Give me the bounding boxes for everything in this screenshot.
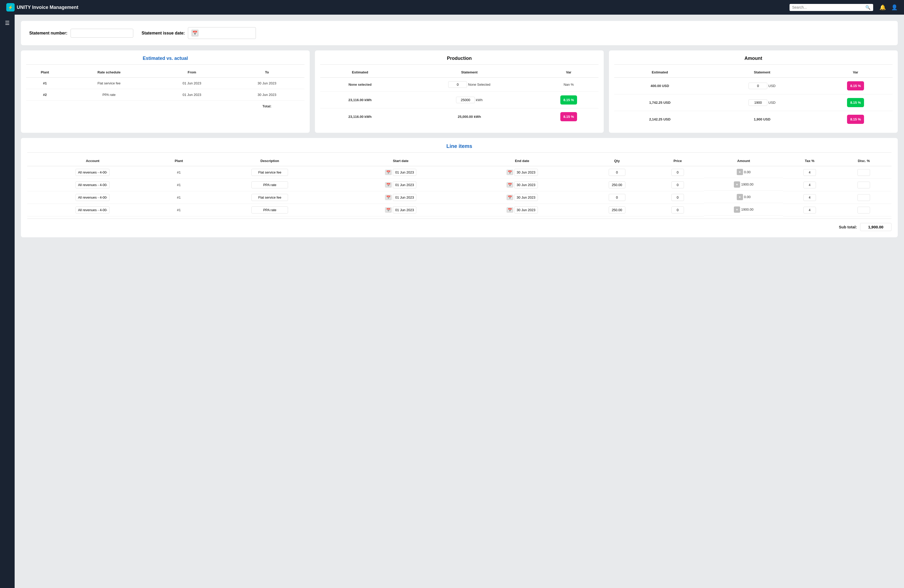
li-disc[interactable]: [836, 204, 891, 217]
li-qty-input[interactable]: [608, 194, 626, 201]
add-button[interactable]: +: [734, 207, 740, 213]
li-account-input[interactable]: [76, 207, 109, 213]
li-qty[interactable]: [583, 191, 651, 204]
start-date-icon[interactable]: 📅: [385, 207, 392, 213]
amt-statement-input[interactable]: [749, 99, 767, 106]
search-input[interactable]: [792, 5, 864, 9]
li-start-date[interactable]: 📅: [340, 179, 461, 191]
end-date-icon[interactable]: 📅: [506, 170, 513, 175]
li-tax-input[interactable]: [803, 194, 816, 201]
prod-statement[interactable]: kWh: [400, 92, 539, 109]
li-start-date-input[interactable]: [393, 169, 416, 176]
li-tax-input[interactable]: [803, 207, 816, 213]
li-price[interactable]: [651, 191, 704, 204]
li-end-date[interactable]: 📅: [461, 166, 583, 179]
add-button[interactable]: +: [734, 181, 740, 188]
menu-icon[interactable]: ☰: [5, 20, 9, 26]
li-disc[interactable]: [836, 179, 891, 191]
li-description[interactable]: [200, 204, 340, 217]
prod-var: Nan %: [539, 77, 599, 92]
li-account-input[interactable]: [76, 194, 109, 201]
prod-statement-input[interactable]: [448, 81, 467, 88]
li-tax[interactable]: [783, 204, 836, 217]
search-bar[interactable]: 🔍: [790, 4, 873, 11]
li-start-date-input[interactable]: [393, 181, 416, 188]
li-tax[interactable]: [783, 179, 836, 191]
li-account[interactable]: [27, 166, 158, 179]
li-tax[interactable]: [783, 166, 836, 179]
li-disc-input[interactable]: [858, 194, 870, 201]
amt-statement-input[interactable]: [749, 82, 767, 89]
li-start-date-input[interactable]: [393, 194, 416, 201]
amt-statement[interactable]: USD: [706, 94, 819, 111]
li-end-date[interactable]: 📅: [461, 179, 583, 191]
sidebar[interactable]: ☰: [0, 15, 15, 588]
start-date-icon[interactable]: 📅: [385, 182, 392, 188]
li-price-input[interactable]: [672, 181, 684, 188]
li-price-input[interactable]: [672, 169, 684, 176]
li-qty-input[interactable]: [608, 169, 626, 176]
li-account[interactable]: [27, 179, 158, 191]
li-tax[interactable]: [783, 191, 836, 204]
li-account-input[interactable]: [76, 181, 109, 188]
li-description-input[interactable]: [251, 169, 288, 176]
li-disc[interactable]: [836, 166, 891, 179]
li-account[interactable]: [27, 204, 158, 217]
li-qty-input[interactable]: [608, 207, 626, 213]
calendar-icon[interactable]: 📅: [191, 30, 199, 36]
li-disc-input[interactable]: [858, 169, 870, 176]
li-price-input[interactable]: [672, 194, 684, 201]
li-disc[interactable]: [836, 191, 891, 204]
li-col-account: Account: [27, 157, 158, 166]
li-price[interactable]: [651, 204, 704, 217]
li-end-date[interactable]: 📅: [461, 191, 583, 204]
li-start-date[interactable]: 📅: [340, 191, 461, 204]
amt-col-statement: Statement: [706, 69, 819, 77]
li-start-date[interactable]: 📅: [340, 166, 461, 179]
end-date-icon[interactable]: 📅: [506, 207, 513, 213]
line-items-title: Line items: [27, 143, 891, 153]
li-tax-input[interactable]: [803, 182, 816, 188]
li-end-date-input[interactable]: [514, 169, 538, 176]
li-qty[interactable]: [583, 204, 651, 217]
prod-statement-input[interactable]: [456, 97, 475, 103]
start-date-icon[interactable]: 📅: [385, 170, 392, 175]
li-price[interactable]: [651, 166, 704, 179]
li-disc-input[interactable]: [858, 207, 870, 213]
amt-statement[interactable]: USD: [706, 77, 819, 94]
li-end-date-input[interactable]: [514, 181, 538, 188]
statement-number-input[interactable]: [71, 29, 133, 38]
li-description-input[interactable]: [251, 194, 288, 201]
li-tax-input[interactable]: [803, 169, 816, 176]
li-account-input[interactable]: [76, 169, 109, 176]
end-date-icon[interactable]: 📅: [506, 182, 513, 188]
li-qty[interactable]: [583, 179, 651, 191]
user-icon[interactable]: 👤: [891, 4, 898, 11]
li-disc-input[interactable]: [858, 182, 870, 188]
li-description[interactable]: [200, 179, 340, 191]
add-button[interactable]: +: [737, 169, 743, 175]
end-date-icon[interactable]: 📅: [506, 195, 513, 200]
table-row: 1,742.25 USD USD 8.15 %: [614, 94, 893, 111]
bell-icon[interactable]: 🔔: [879, 4, 886, 11]
li-description-input[interactable]: [251, 181, 288, 188]
prod-statement[interactable]: None Selected: [400, 77, 539, 92]
li-end-date-input[interactable]: [514, 207, 538, 213]
li-description[interactable]: [200, 166, 340, 179]
li-end-date-input[interactable]: [514, 194, 538, 201]
li-description-input[interactable]: [251, 207, 288, 213]
statement-date-input[interactable]: 📅: [188, 27, 256, 39]
li-price[interactable]: [651, 179, 704, 191]
li-start-date[interactable]: 📅: [340, 204, 461, 217]
li-description[interactable]: [200, 191, 340, 204]
li-price-input[interactable]: [672, 207, 684, 213]
add-button[interactable]: +: [737, 194, 743, 200]
li-start-date-input[interactable]: [393, 207, 416, 213]
li-qty-input[interactable]: [608, 181, 626, 188]
date-text-input[interactable]: [201, 31, 253, 35]
start-date-icon[interactable]: 📅: [385, 195, 392, 200]
li-account[interactable]: [27, 191, 158, 204]
li-end-date[interactable]: 📅: [461, 204, 583, 217]
search-icon[interactable]: 🔍: [865, 5, 871, 10]
li-qty[interactable]: [583, 166, 651, 179]
